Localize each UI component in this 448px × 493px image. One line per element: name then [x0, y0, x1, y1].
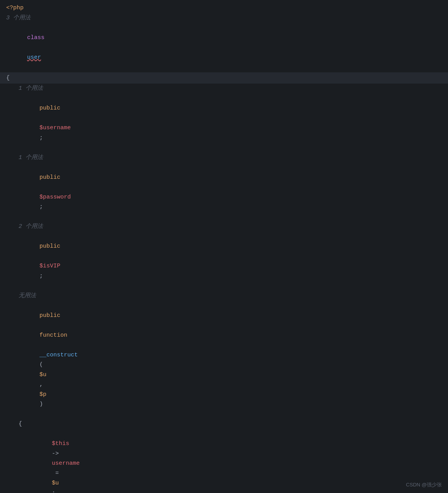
construct-open-brace: { [19, 419, 442, 429]
kw-class: class [27, 34, 44, 41]
class-open-brace: { [6, 73, 442, 83]
line-comment-1usage-a: 1 个用法 [0, 84, 448, 94]
construct-declaration: public function __construct ( $u , $p ) [19, 301, 442, 419]
line-php-open: <?php [0, 3, 448, 13]
property-username: public $username ; [19, 94, 442, 153]
class-name-user: user [27, 54, 41, 61]
line-prop-isvip: public $isVIP ; [0, 232, 448, 291]
property-isvip: public $isVIP ; [19, 232, 442, 291]
line-prop-password: public $password ; [0, 163, 448, 222]
line-class-decl: class user [0, 23, 448, 72]
line-assign-username: $this -> username = $u ; [0, 429, 448, 493]
class-declaration: class user [6, 23, 442, 72]
assign-this-username: $this -> username = $u ; [31, 429, 442, 493]
php-open-tag: <?php [6, 3, 442, 13]
watermark-text: CSDN @强少张 [406, 482, 442, 488]
comment-2-usages: 2 个用法 [19, 222, 442, 232]
comment-1-usage-b: 1 个用法 [19, 153, 442, 163]
line-construct-decl: public function __construct ( $u , $p ) [0, 301, 448, 419]
line-comment-2usages: 2 个用法 [0, 222, 448, 232]
comment-3-usages: 3 个用法 [6, 13, 442, 23]
line-comment-1usage-b: 1 个用法 [0, 153, 448, 163]
line-construct-open-brace: { [0, 419, 448, 429]
code-editor: <?php 3 个用法 class user { 1 个用法 public $u… [0, 0, 448, 493]
line-class-open-brace: { [0, 72, 448, 84]
comment-1-usage-a: 1 个用法 [19, 84, 442, 94]
line-prop-username: public $username ; [0, 94, 448, 153]
watermark: CSDN @强少张 [406, 481, 442, 488]
property-password: public $password ; [19, 163, 442, 222]
line-comment-3usages: 3 个用法 [0, 13, 448, 23]
comment-no-usage-a: 无用法 [19, 291, 442, 301]
line-comment-nousage-a: 无用法 [0, 291, 448, 301]
